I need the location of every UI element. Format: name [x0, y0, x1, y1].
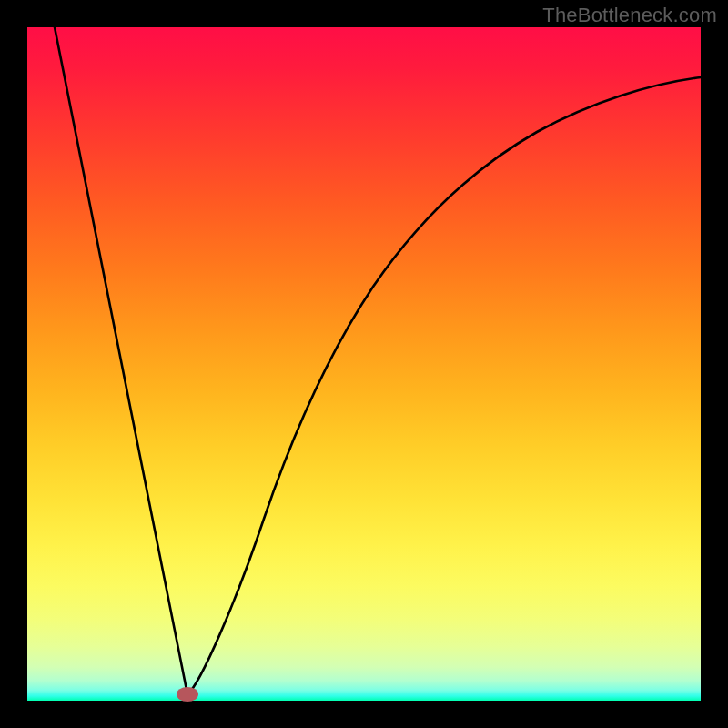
chart-frame: TheBottleneck.com — [0, 0, 728, 728]
plot-area — [27, 27, 701, 701]
bottleneck-curve — [55, 27, 701, 694]
watermark-text: TheBottleneck.com — [542, 4, 717, 27]
optimal-point-marker — [177, 687, 198, 702]
plot-svg — [27, 27, 701, 701]
